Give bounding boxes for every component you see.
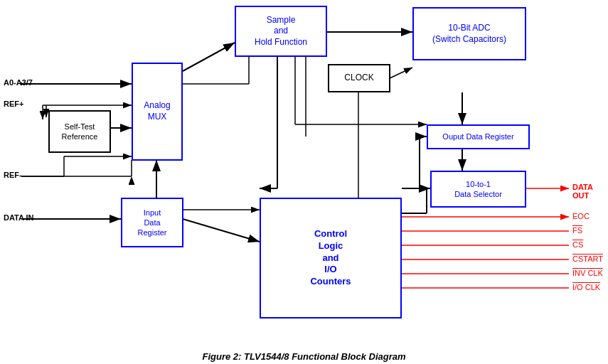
sample-hold-box: Sample and Hold Function	[235, 6, 327, 57]
data-in-label: DATA IN	[4, 213, 34, 222]
eoc-label: EOC	[572, 212, 590, 220]
data-out-label: DATA OUT	[572, 183, 608, 200]
clock-box: CLOCK	[328, 64, 390, 92]
ref-plus-label: REF+	[4, 100, 23, 108]
cstart-label: CSTART	[572, 255, 603, 263]
control-logic-label: Control Logic and I/O Counters	[310, 228, 351, 288]
output-data-reg-box: Ouput Data Register	[427, 124, 530, 149]
clock-label: CLOCK	[344, 73, 373, 84]
cs-label: CS	[572, 240, 583, 249]
control-logic-box: Control Logic and I/O Counters	[260, 198, 402, 318]
ref-minus-label: REF-	[4, 171, 22, 179]
svg-line-32	[183, 219, 260, 242]
self-test-box: Self-Test Reference	[48, 110, 111, 153]
figure-caption: Figure 2: TLV1544/8 Functional Block Dia…	[0, 348, 608, 364]
input-data-reg-box: Input Data Register	[121, 198, 183, 247]
svg-line-12	[183, 43, 235, 71]
analog-mux-box: Analog MUX	[132, 63, 183, 161]
sample-hold-label: Sample and Hold Function	[255, 15, 307, 48]
io-clk-label: I/O CLK	[572, 283, 600, 291]
svg-line-18	[390, 68, 412, 78]
inv-clk-label: INV CLK	[572, 269, 603, 277]
output-data-reg-label: Ouput Data Register	[442, 132, 513, 141]
input-data-reg-label: Input Data Register	[138, 208, 167, 238]
block-diagram: Sample and Hold Function CLOCK 10-Bit AD…	[0, 0, 608, 348]
a0a3-label: A0-A3/7	[4, 78, 33, 87]
data-selector-box: 10-to-1 Data Selector	[430, 171, 526, 208]
adc-box: 10-Bit ADC (Switch Capacitors)	[412, 7, 526, 60]
data-selector-label: 10-to-1 Data Selector	[454, 179, 502, 200]
adc-label: 10-Bit ADC (Switch Capacitors)	[432, 23, 506, 45]
self-test-label: Self-Test Reference	[62, 122, 98, 142]
fs-label: FS	[572, 226, 582, 235]
analog-mux-label: Analog MUX	[144, 100, 170, 122]
